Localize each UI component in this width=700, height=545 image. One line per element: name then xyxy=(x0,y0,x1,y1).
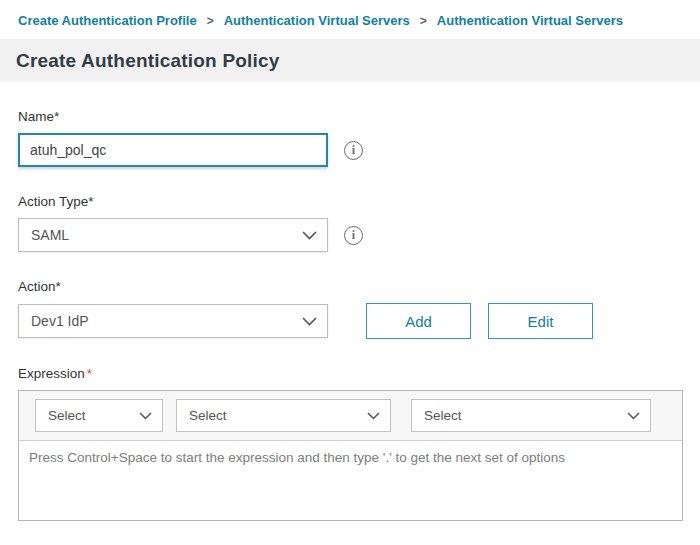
breadcrumb-separator: > xyxy=(420,14,427,28)
expression-select-3[interactable]: Select xyxy=(411,399,651,432)
chevron-down-icon xyxy=(139,408,152,423)
action-type-label: Action Type* xyxy=(18,194,682,209)
action-type-dropdown[interactable]: SAML xyxy=(18,218,328,252)
action-required-mark: * xyxy=(56,279,61,294)
info-icon[interactable]: i xyxy=(344,141,363,160)
expression-label: Expression* xyxy=(18,366,682,381)
action-type-selected-value: SAML xyxy=(31,227,69,243)
breadcrumb-link-auth-virtual-servers[interactable]: Authentication Virtual Servers xyxy=(224,13,410,28)
create-auth-policy-form: Name* i Action Type* SAML i Action* Dev1… xyxy=(0,109,700,521)
page-title: Create Authentication Policy xyxy=(16,50,280,72)
page-header: Create Authentication Policy xyxy=(0,39,700,82)
chevron-down-icon xyxy=(302,227,317,243)
name-input[interactable] xyxy=(18,133,328,167)
info-icon[interactable]: i xyxy=(344,226,363,245)
expression-select-row: Select Select Select xyxy=(19,391,682,440)
expression-builder: Select Select Select xyxy=(18,390,683,521)
expression-select-1[interactable]: Select xyxy=(35,399,163,432)
edit-button[interactable]: Edit xyxy=(488,303,593,339)
name-label: Name* xyxy=(18,109,682,124)
expression-select-2-value: Select xyxy=(189,408,227,423)
breadcrumb-link-create-auth-profile[interactable]: Create Authentication Profile xyxy=(18,13,197,28)
action-dropdown[interactable]: Dev1 IdP xyxy=(18,304,328,338)
chevron-down-icon xyxy=(367,408,380,423)
chevron-down-icon xyxy=(302,313,317,329)
breadcrumb-link-auth-virtual-servers-2[interactable]: Authentication Virtual Servers xyxy=(437,13,623,28)
name-required-mark: * xyxy=(54,109,59,124)
action-selected-value: Dev1 IdP xyxy=(31,313,89,329)
breadcrumb: Create Authentication Profile>Authentica… xyxy=(0,0,700,28)
expression-select-1-value: Select xyxy=(48,408,86,423)
add-button[interactable]: Add xyxy=(366,303,471,339)
breadcrumb-separator: > xyxy=(207,14,214,28)
expression-input[interactable] xyxy=(19,440,682,520)
action-label: Action* xyxy=(18,279,682,294)
expression-select-3-value: Select xyxy=(424,408,462,423)
action-type-required-mark: * xyxy=(88,194,93,209)
expression-required-mark: * xyxy=(87,366,92,381)
expression-select-2[interactable]: Select xyxy=(176,399,391,432)
chevron-down-icon xyxy=(627,408,640,423)
